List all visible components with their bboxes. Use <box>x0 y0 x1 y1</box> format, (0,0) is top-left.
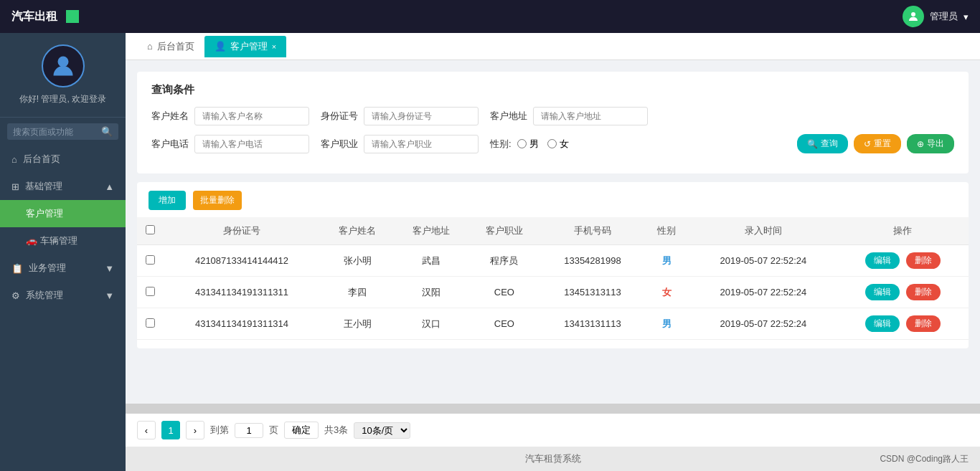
export-icon: ⊕ <box>917 139 924 149</box>
sidebar-customer-label: 客户管理 <box>26 208 63 219</box>
cell-job: 程序员 <box>468 245 541 277</box>
sidebar-home-label: 后台首页 <box>23 153 60 166</box>
vehicle-icon: 🚗 <box>26 235 37 246</box>
sidebar-item-customer[interactable]: 客户管理 <box>0 200 126 227</box>
row-checkbox[interactable] <box>146 318 155 328</box>
per-page-select[interactable]: 10条/页 20条/页 50条/页 <box>354 422 410 439</box>
gender-female-label: 女 <box>560 138 569 151</box>
chevron-down-icon-business: ▼ <box>105 263 114 274</box>
cell-time: 2019-05-07 22:52:24 <box>689 245 837 277</box>
add-button-label: 增加 <box>159 194 176 206</box>
prev-page-button[interactable]: ‹ <box>137 421 156 439</box>
sidebar-item-system[interactable]: ⚙ 系统管理 ▼ <box>0 282 126 309</box>
edit-button[interactable]: 编辑 <box>865 315 900 332</box>
search-field-gender: 性别: 男 女 <box>490 138 569 151</box>
tab-bar: ⌂ 后台首页 👤 客户管理 × <box>126 33 980 60</box>
main-layout: 你好! 管理员, 欢迎登录 🔍 ⌂ 后台首页 ⊞ 基础管理 ▲ 客户管理 🚗 <box>0 33 980 471</box>
admin-dropdown-icon[interactable]: ▾ <box>963 11 969 22</box>
sidebar-item-vehicle[interactable]: 🚗 车辆管理 <box>0 227 126 254</box>
footer-system-name: 汽车租赁系统 <box>525 452 581 465</box>
system-icon: ⚙ <box>11 290 20 301</box>
sidebar-item-business[interactable]: 📋 业务管理 ▼ <box>0 254 126 282</box>
page-1-button[interactable]: 1 <box>161 421 180 439</box>
cell-name: 王小明 <box>321 308 394 340</box>
row-checkbox-cell <box>137 277 163 308</box>
customer-table: 身份证号 客户姓名 客户地址 客户职业 手机号码 性别 录入时间 操作 <box>137 217 969 340</box>
delete-button[interactable]: 删除 <box>906 284 941 300</box>
tab-home-label: 后台首页 <box>157 40 194 53</box>
total-count-label: 共3条 <box>324 424 348 437</box>
cell-name: 李四 <box>321 277 394 308</box>
sidebar-business-left: 📋 业务管理 <box>11 262 66 275</box>
sidebar: 你好! 管理员, 欢迎登录 🔍 ⌂ 后台首页 ⊞ 基础管理 ▲ 客户管理 🚗 <box>0 33 126 471</box>
cell-name: 张小明 <box>321 245 394 277</box>
cell-address: 汉口 <box>394 308 467 340</box>
header-checkbox-cell <box>137 217 163 245</box>
sidebar-avatar <box>42 44 85 87</box>
cell-phone: 13354281998 <box>541 245 644 277</box>
gender-female-radio[interactable] <box>547 139 557 148</box>
sidebar-item-home[interactable]: ⌂ 后台首页 <box>0 146 126 173</box>
search-row-1: 客户姓名 身份证号 客户地址 <box>151 107 954 125</box>
add-button[interactable]: 增加 <box>149 191 186 210</box>
tab-customer[interactable]: 👤 客户管理 × <box>204 36 286 57</box>
tab-close-icon[interactable]: × <box>272 42 276 51</box>
select-all-checkbox[interactable] <box>146 225 155 234</box>
col-time: 录入时间 <box>689 217 837 245</box>
input-address[interactable] <box>533 107 648 125</box>
top-navigation: 汽车出租 管理员 ▾ <box>0 0 980 33</box>
sidebar-basic-label: 基础管理 <box>25 180 62 193</box>
horizontal-scrollbar[interactable] <box>126 404 980 414</box>
reset-icon: ↺ <box>864 139 871 149</box>
search-field-idcard: 身份证号 <box>321 107 479 125</box>
input-idcard[interactable] <box>364 107 479 125</box>
sidebar-search-box[interactable]: 🔍 <box>7 123 118 140</box>
gender-male-radio[interactable] <box>517 139 527 148</box>
input-phone[interactable] <box>194 135 309 153</box>
col-idcard: 身份证号 <box>163 217 321 245</box>
query-button[interactable]: 🔍 查询 <box>797 134 848 153</box>
app-title: 汽车出租 <box>11 9 57 24</box>
sidebar-system-left: ⚙ 系统管理 <box>11 289 63 302</box>
cell-address: 汉阳 <box>394 277 467 308</box>
tab-home[interactable]: ⌂ 后台首页 <box>137 36 204 57</box>
row-checkbox[interactable] <box>146 255 155 265</box>
input-customer-name[interactable] <box>194 107 309 125</box>
cell-idcard: 431341134191311314 <box>163 308 321 340</box>
input-job[interactable] <box>364 135 479 153</box>
green-accent-block <box>66 10 79 23</box>
batch-delete-button[interactable]: 批量删除 <box>193 191 242 210</box>
label-idcard: 身份证号 <box>321 110 358 123</box>
gender-male-option[interactable]: 男 <box>517 138 539 151</box>
query-button-label: 查询 <box>821 138 838 150</box>
content-area: 查询条件 客户姓名 身份证号 客户地址 <box>126 60 980 404</box>
sidebar-system-label: 系统管理 <box>26 289 63 302</box>
sidebar-search-input[interactable] <box>13 127 101 137</box>
edit-button[interactable]: 编辑 <box>865 284 900 300</box>
sidebar-business-label: 业务管理 <box>29 262 66 275</box>
goto-confirm-button[interactable]: 确定 <box>284 422 319 439</box>
tab-customer-icon: 👤 <box>215 41 226 52</box>
search-icon: 🔍 <box>101 126 113 137</box>
goto-page-input[interactable] <box>235 423 263 438</box>
footer-credit: CSDN @Coding路人王 <box>880 453 969 465</box>
edit-button[interactable]: 编辑 <box>865 252 900 269</box>
col-phone: 手机号码 <box>541 217 644 245</box>
reset-button[interactable]: ↺ 重置 <box>854 134 901 153</box>
export-button[interactable]: ⊕ 导出 <box>907 134 954 153</box>
basic-icon: ⊞ <box>11 181 19 192</box>
sidebar-item-basic[interactable]: ⊞ 基础管理 ▲ <box>0 173 126 200</box>
delete-button[interactable]: 删除 <box>906 252 941 269</box>
search-buttons: 🔍 查询 ↺ 重置 ⊕ 导出 <box>797 134 954 153</box>
next-page-button[interactable]: › <box>186 421 204 439</box>
export-button-label: 导出 <box>927 138 944 150</box>
cell-phone: 13451313113 <box>541 277 644 308</box>
row-checkbox-cell <box>137 245 163 277</box>
delete-button[interactable]: 删除 <box>906 315 941 332</box>
cell-actions: 编辑 删除 <box>837 277 969 308</box>
cell-actions: 编辑 删除 <box>837 245 969 277</box>
gender-male-label: 男 <box>529 138 539 151</box>
label-customer-name: 客户姓名 <box>151 110 189 123</box>
row-checkbox[interactable] <box>146 287 155 296</box>
gender-female-option[interactable]: 女 <box>547 138 569 151</box>
